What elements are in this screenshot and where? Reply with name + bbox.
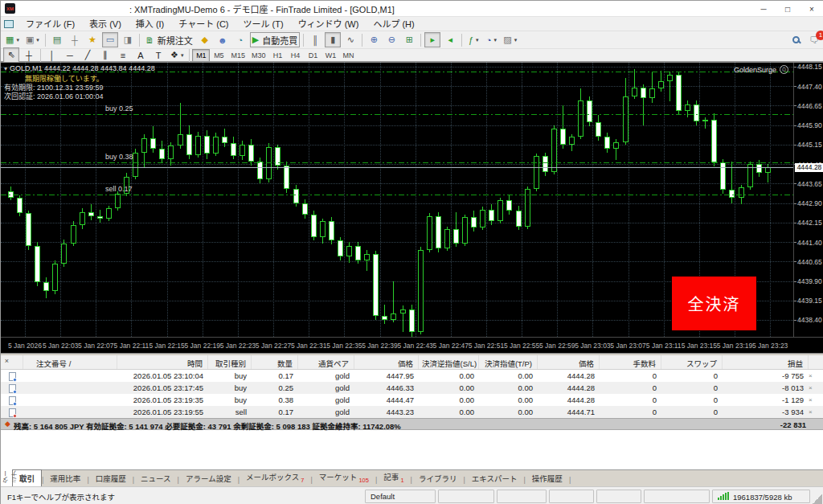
menu-item-5[interactable]: ウィンドウ (W) [291,17,366,31]
column-header-price_open[interactable]: 価格 [354,355,419,369]
timeframe-button-m5[interactable]: M5 [210,49,227,62]
terminal-panel-button[interactable]: ▭ [102,32,118,47]
column-header-price_current[interactable]: 価格 [538,355,600,369]
terminal-tab-8[interactable]: ライブラリ [412,470,464,486]
menu-item-1[interactable]: 表示 (V) [82,17,129,31]
close-position-icon[interactable]: × [809,394,813,406]
terminal-tab-7[interactable]: 記事 1 [377,469,410,486]
terminal-tab-10[interactable]: 操作履歴 [526,470,569,486]
new-order-button[interactable]: 🗎新規注文 [143,32,195,47]
timeframe-button-m1[interactable]: M1 [192,49,210,62]
terminal-tab-6[interactable]: マーケット 105 [313,469,375,486]
order-row[interactable]: 2026.01.05 23:19:55sell0.17gold4443.230.… [1,406,823,418]
menu-item-6[interactable]: ヘルプ (H) [366,17,421,31]
text-label-button[interactable]: T [150,47,166,63]
autotrading-button[interactable]: ▶自動売買 [250,32,300,47]
data-window-button[interactable]: ┼ [67,32,83,47]
notifications-icon[interactable]: 🗨1 [809,35,819,46]
column-header-symbol[interactable]: 通貨ペア [298,355,354,369]
timeframe-button-h4[interactable]: H4 [286,49,304,62]
menu-item-4[interactable]: ツール (T) [236,17,291,31]
profiles-button[interactable]: ▣▾ [23,32,42,47]
horizontal-line-button[interactable]: ─ [62,47,78,63]
menu-item-2[interactable]: 挿入 (I) [129,17,171,31]
maximize-button[interactable]: □ [776,1,800,17]
column-header-time[interactable]: 時間 [117,355,208,369]
order-row[interactable]: 2026.01.05 23:10:04buy0.17gold4447.950.0… [1,370,823,382]
one-click-trading-arrow-icon[interactable]: ▾ [4,65,7,72]
zoom-in-button[interactable]: ⊕ [366,32,382,47]
column-header-swap[interactable]: スワップ [661,355,723,369]
periods-button[interactable]: ◔▾ [483,32,499,47]
zoom-out-button[interactable]: ⊖ [383,32,399,47]
chart-area[interactable]: buy 0.25buy 0.38sell 0.17▾GOLD,M1 4444.2… [1,63,823,353]
column-header-tp[interactable]: 決済指値(T/P) [479,355,538,369]
community-button[interactable]: ☻ [215,32,231,47]
bar-chart-button[interactable]: ║ [307,32,323,47]
new-chart-dropdown-arrow-icon[interactable]: ▾ [16,37,19,43]
chart-window-icon[interactable] [4,20,14,28]
arrows-button[interactable]: ❖▾ [168,47,186,63]
terminal-tab-1[interactable]: 運用比率 [43,470,87,486]
column-header-profit[interactable]: 損益 [723,355,809,369]
tile-windows-button[interactable]: ⊞ [401,32,417,47]
cursor-button[interactable]: ⇖ [3,47,19,63]
minimize-button[interactable]: ─ [751,1,776,17]
chart-shift-button[interactable]: ◂ [442,32,458,47]
close-position-icon[interactable]: × [809,370,813,382]
menu-item-0[interactable]: ファイル (F) [18,17,82,31]
time-axis[interactable]: 5 Jan 20265 Jan 22:035 Jan 22:075 Jan 22… [1,337,823,353]
status-profile[interactable]: Default [365,490,436,503]
indicators-dropdown-arrow-icon[interactable]: ▾ [476,37,479,43]
fibonacci-button[interactable]: ≡ [115,47,131,63]
timeframe-button-m15[interactable]: M15 [227,49,248,62]
column-header-commission[interactable]: 手数料 [600,355,661,369]
templates-button[interactable]: ▨▾ [501,32,519,47]
terminal-tab-3[interactable]: ニュース [134,470,178,486]
price-axis[interactable]: 4448.154447.404446.654445.904445.154444.… [793,63,823,337]
column-header-type[interactable]: 取引種別 [208,355,252,369]
menu-item-3[interactable]: チャート (C) [171,17,235,31]
terminal-close-icon[interactable]: × [2,357,11,366]
timeframe-button-mn[interactable]: MN [339,49,357,62]
equidistant-channel-button[interactable]: ∥ [97,47,113,63]
auto-scroll-button[interactable]: ▸ [424,32,440,47]
candlestick-chart-button[interactable]: ▮ [325,32,341,47]
line-chart-button[interactable]: ∿ [342,32,358,47]
order-row[interactable]: 2026.01.05 23:17:45buy0.25gold4446.330.0… [1,382,823,394]
close-button[interactable]: × [800,1,823,17]
terminal-tab-9[interactable]: エキスパート [465,470,524,486]
timeframe-button-h1[interactable]: H1 [268,49,286,62]
periods-dropdown-arrow-icon[interactable]: ▾ [493,37,497,43]
resize-grip[interactable] [812,494,822,504]
ea-smiley-icon[interactable]: ☺ [780,65,788,74]
market-watch-button[interactable]: ▤ [49,32,65,47]
close-all-button[interactable]: 全決済 [672,277,756,330]
column-header-order[interactable]: 注文番号 / [23,355,117,369]
close-position-icon[interactable]: × [809,382,813,394]
terminal-tab-2[interactable]: 口座履歴 [89,470,133,486]
new-chart-button[interactable]: ▦▾ [3,32,22,47]
templates-dropdown-arrow-icon[interactable]: ▾ [514,37,518,43]
text-button[interactable]: A [133,47,149,63]
order-row[interactable]: 2026.01.05 23:19:35buy0.38gold4444.470.0… [1,394,823,406]
search-icon[interactable] [792,36,800,43]
close-position-icon[interactable]: × [809,406,813,418]
chart-symbol-ohlc[interactable]: ▾GOLD,M1 4444.22 4444.28 4443.84 4444.28 [4,64,155,72]
terminal-tab-4[interactable]: アラーム設定 [179,470,238,486]
strategy-tester-button[interactable]: ◨ [120,32,136,47]
timeframe-button-m30[interactable]: M30 [248,49,269,62]
column-header-sl[interactable]: 決済逆指値(S/L) [419,355,479,369]
trendline-button[interactable]: ╱ [80,47,96,63]
crosshair-button[interactable]: ┼ [21,47,37,63]
arrows-dropdown-arrow-icon[interactable]: ▾ [181,52,184,59]
timeframe-button-d1[interactable]: D1 [304,49,321,62]
chart-plot[interactable]: buy 0.25buy 0.38sell 0.17▾GOLD,M1 4444.2… [1,63,793,337]
profiles-dropdown-arrow-icon[interactable]: ▾ [36,37,39,43]
indicators-button[interactable]: ƒ▾ [465,32,481,47]
timeframe-button-w1[interactable]: W1 [321,49,339,62]
navigator-button[interactable]: ★ [84,32,100,47]
metaeditor-button[interactable]: ◆ [197,32,213,47]
terminal-tab-5[interactable]: メールボックス 7 [240,469,310,486]
column-header-volume[interactable]: 数量 [252,355,298,369]
